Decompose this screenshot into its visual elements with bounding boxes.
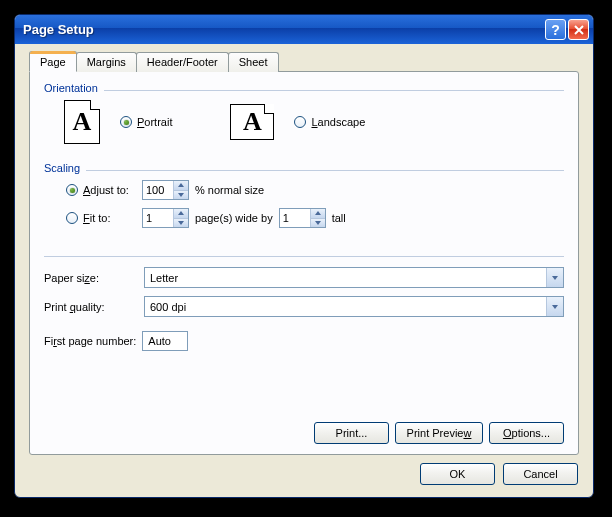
first-page-number-label: First page number: [44,335,136,347]
spinner-down-button[interactable] [174,218,188,228]
adjust-to-radio-label: djust to: [90,184,129,196]
adjust-to-radio[interactable]: Adjust to: [66,184,136,196]
close-icon [574,25,584,35]
combo-dropdown-button[interactable] [546,268,563,287]
divider [44,256,564,257]
fit-tall-input[interactable] [280,209,310,227]
chevron-down-icon [552,305,558,309]
portrait-page-icon: A [64,100,100,144]
fit-tall-spinner[interactable] [279,208,326,228]
print-quality-label: Print quality: [44,301,136,313]
fit-to-radio[interactable]: Fit to: [66,212,136,224]
tall-label: tall [332,212,346,224]
paper-size-combo[interactable]: Letter [144,267,564,288]
print-quality-value: 600 dpi [145,297,546,316]
options-button[interactable]: Options... [489,422,564,444]
spinner-up-button[interactable] [174,181,188,190]
landscape-radio-label: andscape [318,116,366,128]
fit-wide-spinner[interactable] [142,208,189,228]
chevron-down-icon [178,193,184,197]
normal-size-label: % normal size [195,184,264,196]
adjust-to-spinner[interactable] [142,180,189,200]
orientation-group: Orientation A Portrait A Landscape [44,82,564,154]
chevron-down-icon [315,221,321,225]
tab-header-footer[interactable]: Header/Footer [136,52,229,72]
tab-margins[interactable]: Margins [76,52,137,72]
tab-margins-label: Margins [87,56,126,68]
tab-sheet-label: Sheet [239,56,268,68]
portrait-radio[interactable]: Portrait [120,116,172,128]
landscape-radio[interactable]: Landscape [294,116,365,128]
titlebar: Page Setup ? [15,15,593,44]
panel-button-row: Print... Print Preview Options... [314,422,564,444]
landscape-page-icon: A [230,104,274,140]
window-title: Page Setup [23,22,543,37]
chevron-up-icon [178,183,184,187]
tab-page-label: Page [40,56,66,68]
spinner-down-button[interactable] [311,218,325,228]
spinner-down-button[interactable] [174,190,188,200]
cancel-button[interactable]: Cancel [503,463,578,485]
print-preview-button[interactable]: Print Preview [395,422,483,444]
print-quality-combo[interactable]: 600 dpi [144,296,564,317]
radio-icon [66,184,78,196]
chevron-down-icon [552,276,558,280]
tab-sheet[interactable]: Sheet [228,52,279,72]
paper-size-label: Paper size: [44,272,136,284]
tab-strip: Page Margins Header/Footer Sheet [29,52,579,72]
scaling-group: Scaling Adjust to: [44,162,564,248]
orientation-legend: Orientation [44,82,104,94]
spinner-up-button[interactable] [311,209,325,218]
ok-button[interactable]: OK [420,463,495,485]
tab-page[interactable]: Page [29,51,77,72]
scaling-legend: Scaling [44,162,86,174]
adjust-to-input[interactable] [143,181,173,199]
chevron-down-icon [178,221,184,225]
fit-wide-input[interactable] [143,209,173,227]
combo-dropdown-button[interactable] [546,297,563,316]
portrait-radio-label: ortrait [144,116,172,128]
print-button[interactable]: Print... [314,422,389,444]
fit-to-radio-label: it to: [90,212,111,224]
radio-icon [294,116,306,128]
close-button[interactable] [568,19,589,40]
dialog-footer: OK Cancel [29,455,579,487]
radio-icon [120,116,132,128]
tab-header-footer-label: Header/Footer [147,56,218,68]
radio-icon [66,212,78,224]
tab-panel-page: Orientation A Portrait A Landscape [29,71,579,455]
first-page-number-input[interactable] [142,331,188,351]
chevron-up-icon [178,211,184,215]
help-button[interactable]: ? [545,19,566,40]
spinner-up-button[interactable] [174,209,188,218]
paper-size-value: Letter [145,268,546,287]
pages-wide-by-label: page(s) wide by [195,212,273,224]
chevron-up-icon [315,211,321,215]
page-setup-dialog: Page Setup ? Page Margins Header/Footer … [14,14,594,498]
